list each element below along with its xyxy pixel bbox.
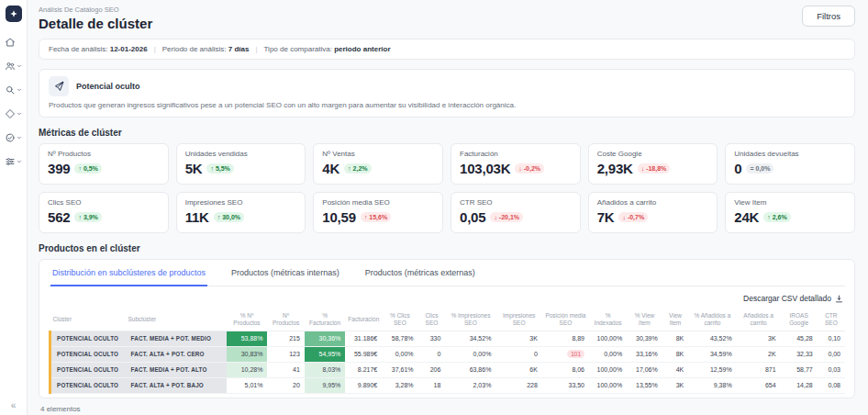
table-cell: 34,52% xyxy=(445,331,495,346)
subcluster-cell: FACT. MEDIA + POT. ALTO xyxy=(126,362,227,377)
home-icon xyxy=(5,37,16,48)
metric-value: 7K xyxy=(597,209,615,225)
metric-card: Facturación103,03K↓ -0,2% xyxy=(451,143,581,185)
column-header: CTR SEO xyxy=(818,308,845,331)
collapse-sidebar-button[interactable]: « xyxy=(0,400,27,410)
metric-delta-badge: ↓ -0,7% xyxy=(618,212,648,222)
table-row[interactable]: POTENCIAL OCULTOFACT. ALTA + POT. BAJO5,… xyxy=(50,377,846,393)
metric-card: Añadidos a carrito7K↓ -0,7% xyxy=(588,192,718,233)
table-cell: 3K xyxy=(495,331,542,346)
metric-card: Coste Google2,93K↓ -18,8% xyxy=(588,143,718,185)
sidebar-item-users[interactable] xyxy=(5,54,22,78)
table-cell: 45,28 xyxy=(781,331,818,346)
table-cell: 100,00% xyxy=(589,362,627,377)
metric-delta-badge: ↑ 3,9% xyxy=(74,212,101,222)
table-cell: 18 xyxy=(418,377,446,393)
filter-info-item: Periodo de análisis: 7 días xyxy=(162,45,250,53)
tab-1[interactable]: Productos (métricas internas) xyxy=(229,260,341,286)
chevron-down-icon xyxy=(17,87,22,93)
table-cell: 32,33 xyxy=(781,346,818,362)
metric-label: Clics SEO xyxy=(48,198,160,207)
metric-value: 0,05 xyxy=(460,209,485,225)
metric-value: 10,59 xyxy=(322,209,356,225)
tab-2[interactable]: Productos (métricas externas) xyxy=(363,260,477,286)
cluster-cell: POTENCIAL OCULTO xyxy=(50,377,126,393)
table-cell: 31.186€ xyxy=(345,331,382,346)
filter-separator: | xyxy=(255,45,257,53)
metric-card: Posición media SEO10,59↑ 15,6% xyxy=(313,192,443,233)
metric-card: CTR SEO0,05↓ -20,1% xyxy=(451,192,581,233)
column-header: % Indexados xyxy=(589,308,627,331)
table-cell: 8,03% xyxy=(305,362,345,377)
filter-separator: | xyxy=(154,45,156,53)
metric-card: Clics SEO562↑ 3,9% xyxy=(39,192,169,233)
main-content: Análisis De Catálogo SEO Detalle de clús… xyxy=(28,0,868,415)
table-cell: 8.217€ xyxy=(345,362,382,377)
column-header: Subclúster xyxy=(126,308,227,331)
metric-label: Unidades vendidas xyxy=(185,150,297,158)
table-cell: 8K xyxy=(662,346,688,362)
table-cell: 0,03 xyxy=(818,362,845,377)
metric-label: Nº Ventas xyxy=(322,150,434,158)
metric-card: Nº Ventas4K↑ 2,2% xyxy=(313,143,443,185)
sidebar-item-tag[interactable] xyxy=(5,102,22,126)
metric-value: 5K xyxy=(185,161,203,176)
metric-card: View Item24K↑ 2,6% xyxy=(725,192,855,233)
table-cell: 3K xyxy=(662,377,688,393)
table-cell: 3K xyxy=(737,331,781,346)
tag-icon xyxy=(5,108,16,119)
cluster-cell: POTENCIAL OCULTO xyxy=(50,362,126,377)
metric-delta-badge: ↓ -18,8% xyxy=(638,163,671,174)
table-cell: 0 xyxy=(495,346,542,362)
rocket-icon xyxy=(49,76,69,96)
column-header: % Nº Productos xyxy=(227,308,268,331)
table-cell: 9,38% xyxy=(688,377,736,393)
table-cell: 30,39% xyxy=(627,331,662,346)
alert-value: 101 xyxy=(567,350,584,358)
metric-label: Añadidos a carrito xyxy=(597,198,709,207)
table-cell: 10,28% xyxy=(227,362,268,377)
cluster-info-banner: Potencial oculto Productos que generan i… xyxy=(39,69,855,118)
table-row[interactable]: POTENCIAL OCULTOFACT. MEDIA + POT. MEDIO… xyxy=(50,331,846,346)
table-cell: 41 xyxy=(267,362,304,377)
metric-label: Coste Google xyxy=(597,150,709,158)
app-logo[interactable] xyxy=(6,6,22,22)
column-header: % Facturación xyxy=(305,308,345,331)
table-row[interactable]: POTENCIAL OCULTOFACT. ALTA + POT. CERO30… xyxy=(50,346,846,362)
sidebar-item-sliders[interactable] xyxy=(5,150,22,174)
chevron-down-icon xyxy=(17,111,22,117)
table-cell: 871 xyxy=(737,362,781,377)
metric-label: Impresiones SEO xyxy=(185,198,297,207)
table-cell: 0,00% xyxy=(589,346,627,362)
metric-value: 0 xyxy=(734,161,741,176)
tab-0[interactable]: Distribución en subclústeres de producto… xyxy=(50,260,207,286)
metric-label: Posición media SEO xyxy=(322,198,434,207)
metric-delta-badge: ↓ -0,2% xyxy=(515,163,544,174)
metrics-cards-grid: Nº Productos399↑ 0,5%Unidades vendidas5K… xyxy=(39,143,855,233)
table-cell: 0,10 xyxy=(818,331,845,346)
table-cell: 101 xyxy=(542,346,589,362)
table-row[interactable]: POTENCIAL OCULTOFACT. MEDIA + POT. ALTO1… xyxy=(50,362,846,377)
sidebar-nav xyxy=(5,30,22,174)
sidebar-item-status-circle[interactable] xyxy=(5,126,22,150)
table-cell: 2,03% xyxy=(445,377,495,393)
metric-value: 24K xyxy=(734,209,759,225)
metric-value: 103,03K xyxy=(460,161,510,176)
cluster-cell: POTENCIAL OCULTO xyxy=(50,331,126,346)
column-header: View Item xyxy=(662,308,688,331)
sidebar-item-search[interactable] xyxy=(5,78,22,102)
table-cell: 0,08 xyxy=(818,377,845,393)
table-cell: 0,00% xyxy=(382,346,417,362)
filters-button[interactable]: Filtros xyxy=(802,6,855,27)
metric-label: Unidades devueltas xyxy=(734,150,846,158)
sidebar-item-home[interactable] xyxy=(5,30,22,54)
metric-label: Facturación xyxy=(460,150,572,158)
products-panel: Distribución en subclústeres de producto… xyxy=(39,259,855,398)
metric-card: Impresiones SEO11K↑ 30,0% xyxy=(176,192,306,233)
table-cell: 123 xyxy=(267,346,304,362)
table-cell: 8K xyxy=(662,331,688,346)
download-csv-link[interactable]: Descargar CSV detallado xyxy=(743,294,843,303)
table-cell: 54,95% xyxy=(305,346,345,362)
search-icon xyxy=(5,84,16,95)
metric-label: View Item xyxy=(734,198,846,207)
